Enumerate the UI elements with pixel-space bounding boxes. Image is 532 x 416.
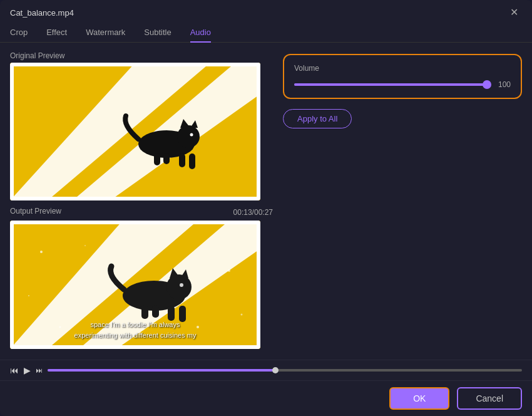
volume-value: 100 [493,80,511,89]
play-button[interactable]: ▶ [24,365,31,375]
main-content: Original Preview [0,43,532,360]
title-bar: Cat_balance.mp4 ✕ [0,0,532,23]
tab-crop[interactable]: Crop [10,23,28,42]
original-preview-section: Original Preview [10,51,273,200]
output-preview-label: Output Preview [10,207,61,216]
output-preview-section: Output Preview 00:13/00:27 [10,207,273,349]
svg-rect-29 [168,306,175,321]
svg-rect-10 [189,153,195,169]
svg-point-21 [241,314,243,316]
original-preview-label: Original Preview [10,51,273,60]
seek-fill [48,369,275,372]
dialog: Cat_balance.mp4 ✕ Crop Effect Watermark … [0,0,532,416]
svg-point-8 [190,133,193,137]
ok-button[interactable]: OK [389,387,449,410]
tabs-bar: Crop Effect Watermark Subtitle Audio [0,23,532,43]
output-preview-header: Output Preview 00:13/00:27 [10,207,273,218]
svg-rect-9 [179,153,185,167]
svg-point-18 [59,326,61,328]
volume-slider-fill [294,83,487,86]
svg-point-20 [228,269,230,272]
seek-bar[interactable] [48,369,522,372]
svg-rect-12 [163,153,170,164]
original-scene-svg [10,63,260,200]
rewind-button[interactable]: ⏮ [10,365,19,375]
svg-point-17 [40,251,43,253]
svg-point-22 [84,245,86,246]
dialog-title: Cat_balance.mp4 [10,8,74,18]
volume-box: Volume 100 [283,54,522,99]
cancel-button[interactable]: Cancel [457,387,522,410]
apply-to-all-button[interactable]: Apply to All [283,109,352,128]
volume-slider-row: 100 [294,80,511,89]
svg-rect-31 [141,305,148,319]
output-time: 00:13/00:27 [233,208,273,217]
tab-effect[interactable]: Effect [46,23,67,42]
svg-point-28 [180,283,183,287]
subtitle-overlay: space I'm a foodie I'm always experiment… [74,320,197,340]
volume-slider-thumb[interactable] [483,80,491,89]
close-button[interactable]: ✕ [506,6,522,19]
subtitle-line2: experimenting with different cuisines my [74,331,197,339]
playback-bar: ⏮ ▶ ⏭ [0,360,532,380]
svg-point-19 [28,295,29,296]
svg-point-23 [197,326,199,328]
preview-panel: Original Preview [10,51,273,351]
volume-label: Volume [294,64,511,73]
svg-rect-32 [152,305,159,318]
svg-rect-11 [154,153,160,165]
tab-watermark[interactable]: Watermark [86,23,125,42]
svg-point-5 [177,125,200,148]
bottom-bar: OK Cancel [0,380,532,416]
volume-slider-track[interactable] [294,83,487,86]
tab-subtitle[interactable]: Subtitle [144,23,171,42]
forward-button[interactable]: ⏭ [36,367,43,374]
output-preview-image: space I'm a foodie I'm always experiment… [10,221,260,349]
seek-thumb[interactable] [272,367,279,373]
tab-audio[interactable]: Audio [190,23,211,42]
subtitle-line1: space I'm a foodie I'm always [91,321,180,328]
controls-panel: Volume 100 Apply to All [283,51,522,351]
original-preview-image [10,63,260,200]
